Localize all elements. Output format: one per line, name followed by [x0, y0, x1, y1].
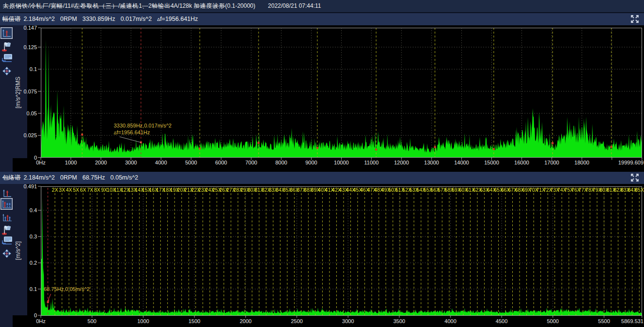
svg-text:15000: 15000	[484, 160, 499, 165]
svg-text:4000: 4000	[445, 318, 456, 324]
svg-text:[m/s^2]RMS: [m/s^2]RMS	[15, 77, 21, 109]
svg-text:16000: 16000	[514, 160, 529, 165]
svg-text:7X: 7X	[87, 187, 93, 193]
svg-text:2500: 2500	[291, 318, 302, 324]
svg-text:11000: 11000	[364, 160, 379, 165]
svg-text:9000: 9000	[305, 160, 317, 165]
svg-text:4X: 4X	[66, 187, 72, 193]
svg-text:0.025: 0.025	[23, 132, 37, 138]
svg-text:10000: 10000	[334, 160, 349, 165]
svg-text:17000: 17000	[544, 160, 559, 165]
svg-text:14000: 14000	[454, 160, 469, 165]
svg-text:0.05: 0.05	[27, 110, 37, 116]
svg-text:5000: 5000	[185, 160, 197, 165]
svg-text:0.2: 0.2	[30, 260, 37, 266]
svg-text:0Hz: 0Hz	[36, 318, 46, 324]
svg-text:6000: 6000	[215, 160, 227, 165]
svg-text:18000: 18000	[574, 160, 590, 165]
svg-text:0.4: 0.4	[30, 207, 37, 213]
svg-text:5869.531: 5869.531	[621, 318, 644, 324]
svg-text:12000: 12000	[394, 160, 409, 165]
svg-text:0.3: 0.3	[30, 234, 37, 239]
svg-text:3X: 3X	[59, 187, 65, 193]
svg-text:0.075: 0.075	[23, 89, 37, 94]
svg-text:[m/s^2]: [m/s^2]	[15, 241, 21, 260]
svg-text:0.1: 0.1	[30, 286, 37, 292]
svg-text:0.1: 0.1	[30, 66, 37, 72]
svg-text:3500: 3500	[393, 318, 405, 324]
svg-text:4000: 4000	[155, 160, 167, 165]
svg-text:0: 0	[34, 312, 37, 318]
svg-text:4500: 4500	[496, 318, 507, 324]
svg-text:0Hz: 0Hz	[36, 160, 46, 165]
svg-text:5X: 5X	[73, 187, 79, 193]
svg-text:1000: 1000	[137, 318, 149, 324]
svg-text:3000: 3000	[125, 160, 137, 165]
svg-text:6X: 6X	[80, 187, 86, 193]
svg-text:85X: 85X	[635, 187, 644, 193]
svg-text:5000: 5000	[547, 318, 558, 324]
svg-text:2X: 2X	[52, 187, 58, 193]
svg-text:3330.859Hz,0.017m/s^2: 3330.859Hz,0.017m/s^2	[114, 123, 172, 128]
svg-text:1000: 1000	[65, 160, 77, 165]
svg-text:2000: 2000	[240, 318, 251, 324]
svg-text:0.147: 0.147	[23, 25, 37, 31]
svg-text:13000: 13000	[424, 160, 439, 165]
svg-text:0.125: 0.125	[23, 44, 37, 50]
svg-text:68.75Hz,0.05m/s^2: 68.75Hz,0.05m/s^2	[44, 286, 89, 292]
svg-text:3000: 3000	[342, 318, 354, 324]
svg-text:1500: 1500	[189, 318, 200, 324]
svg-text:2000: 2000	[95, 160, 106, 165]
svg-text:8X: 8X	[94, 187, 100, 193]
svg-text:Δf=1956.641Hz: Δf=1956.641Hz	[114, 129, 150, 135]
svg-text:0.491: 0.491	[23, 184, 37, 189]
svg-text:500: 500	[87, 318, 96, 324]
svg-text:7000: 7000	[245, 160, 257, 165]
svg-text:19999.609: 19999.609	[618, 160, 644, 165]
svg-text:8000: 8000	[275, 160, 287, 165]
svg-text:5500: 5500	[598, 318, 610, 324]
